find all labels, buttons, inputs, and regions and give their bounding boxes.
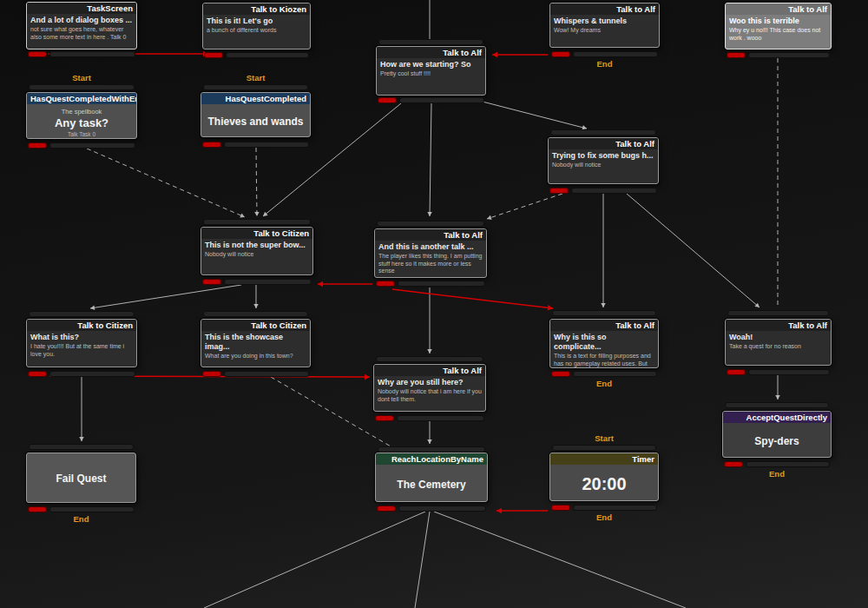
output-port[interactable] (571, 188, 657, 194)
node-maintext: Thieves and wands (207, 116, 303, 129)
fail-port[interactable] (378, 97, 397, 103)
input-port[interactable] (552, 310, 656, 316)
node-body: Spy-ders (723, 423, 831, 458)
graph-node-talk-citizen-bow[interactable]: Talk to Citizen This is not the super bo… (201, 227, 313, 275)
output-port[interactable] (397, 415, 484, 421)
fail-port[interactable] (202, 279, 221, 285)
fail-port[interactable] (551, 371, 570, 377)
node-title: Talk to Kiozen (203, 3, 310, 15)
start-label: Start (595, 433, 614, 443)
input-port[interactable] (378, 39, 483, 45)
graph-node-talk-kiozen[interactable]: Talk to Kiozen This is it! Let's go a bu… (202, 3, 311, 50)
start-label: Start (72, 73, 91, 83)
graph-canvas[interactable]: TaskScreen And a lot of dialog boxes ...… (0, 0, 868, 608)
input-port[interactable] (29, 444, 134, 450)
fail-port[interactable] (377, 506, 396, 512)
graph-node-hasquestcompleted[interactable]: HasQuestCompleted Thieves and wands (201, 92, 311, 137)
fail-port[interactable] (202, 371, 221, 377)
node-title: AcceptQuestDirectly (723, 412, 831, 423)
node-body: And this is another talk ... The player … (375, 241, 486, 277)
node-title: Talk to Alf (726, 3, 831, 15)
node-text-primary: This is it! Let's go (207, 17, 306, 26)
output-port[interactable] (49, 51, 135, 57)
fail-port[interactable] (727, 369, 746, 375)
input-port[interactable] (203, 311, 308, 317)
output-port[interactable] (224, 371, 309, 377)
graph-node-hasquestcompletedwithend[interactable]: HasQuestCompletedWithEnd The spellbook A… (26, 92, 137, 139)
node-body: What is this? I hate you!!!! But at the … (27, 331, 136, 360)
node-text-secondary: This is a text for filling purposes and … (554, 353, 654, 368)
node-text-primary: How are we starting? So (380, 60, 482, 69)
graph-node-timer[interactable]: Timer 20:00 (549, 453, 659, 501)
output-port[interactable] (49, 506, 135, 512)
output-port[interactable] (573, 51, 658, 57)
graph-node-talk-alf-another[interactable]: Talk to Alf And this is another talk ...… (374, 228, 487, 278)
output-port[interactable] (49, 371, 135, 377)
graph-node-talk-alf-complicated[interactable]: Talk to Alf Why is this so complicate...… (549, 319, 659, 368)
input-port[interactable] (725, 402, 829, 408)
node-title: Talk to Alf (374, 365, 485, 376)
input-port[interactable] (550, 129, 656, 135)
output-port[interactable] (398, 506, 486, 512)
node-body: Woah! Take a quest for no reason (726, 331, 831, 353)
output-port[interactable] (748, 369, 830, 375)
node-maintext: Any task? (55, 116, 108, 130)
fail-port[interactable] (28, 51, 47, 57)
graph-node-talk-citizen-what[interactable]: Talk to Citizen What is this? I hate you… (26, 319, 137, 367)
input-port[interactable] (377, 221, 484, 227)
node-body: Whispers & tunnels Wow! My dreams (550, 15, 659, 36)
node-title: Talk to Citizen (201, 228, 312, 239)
fail-port[interactable] (28, 506, 47, 512)
fail-port[interactable] (375, 415, 394, 421)
graph-node-talk-alf-whispers[interactable]: Talk to Alf Whispers & tunnels Wow! My d… (549, 3, 660, 48)
node-title: Talk to Citizen (201, 320, 310, 331)
output-port[interactable] (399, 97, 484, 103)
output-port[interactable] (224, 142, 309, 148)
fail-port[interactable] (551, 51, 570, 57)
graph-node-talk-alf-selected[interactable]: Talk to Alf Woo this is terrible Why ey … (725, 3, 832, 50)
node-body: The Cemetery (376, 465, 487, 502)
node-text-primary: What is this? (30, 333, 133, 342)
output-port[interactable] (226, 52, 309, 58)
fail-port[interactable] (28, 142, 47, 149)
graph-node-taskscreen[interactable]: TaskScreen And a lot of dialog boxes ...… (26, 2, 137, 50)
output-port[interactable] (748, 52, 830, 58)
fail-port[interactable] (724, 461, 743, 467)
graph-node-acceptquestdirectly[interactable]: AcceptQuestDirectly Spy-ders (722, 411, 832, 458)
input-port[interactable] (552, 445, 656, 451)
output-port[interactable] (746, 461, 830, 467)
fail-port[interactable] (202, 142, 221, 148)
input-port[interactable] (29, 84, 135, 90)
graph-node-failquest[interactable]: Fail Quest (26, 453, 136, 503)
input-port[interactable] (376, 356, 483, 362)
graph-node-talk-alf-woah[interactable]: Talk to Alf Woah! Take a quest for no re… (725, 319, 832, 366)
input-port[interactable] (727, 310, 829, 316)
input-port[interactable] (378, 446, 485, 453)
end-label: End (769, 469, 785, 479)
output-port[interactable] (573, 371, 657, 377)
fail-port[interactable] (551, 505, 570, 511)
output-port[interactable] (49, 142, 135, 149)
fail-port[interactable] (204, 52, 223, 58)
node-text-primary: And a lot of dialog boxes ... (30, 16, 133, 25)
output-port[interactable] (573, 505, 657, 511)
output-port[interactable] (398, 281, 485, 287)
graph-node-talk-alf-start[interactable]: Talk to Alf How are we starting? So Pret… (376, 46, 486, 96)
node-body: The spellbook Any task? Talk Task 0 (27, 104, 136, 139)
node-text-secondary: Take a quest for no reason (729, 343, 827, 351)
graph-node-talk-alf-stillhere[interactable]: Talk to Alf Why are you still here? Nobo… (373, 364, 486, 412)
fail-port[interactable] (549, 188, 569, 194)
graph-node-talk-citizen-showcase[interactable]: Talk to Citizen This is the showcase ima… (201, 319, 311, 367)
output-port[interactable] (224, 279, 312, 285)
fail-port[interactable] (376, 281, 395, 287)
input-port[interactable] (203, 84, 308, 90)
input-port[interactable] (203, 219, 311, 225)
input-port[interactable] (29, 311, 135, 317)
node-title: Talk to Alf (550, 320, 658, 331)
graph-node-reachlocationbyname[interactable]: ReachLocationByName The Cemetery (375, 453, 488, 502)
fail-port[interactable] (28, 371, 47, 377)
node-body: 20:00 (550, 465, 658, 501)
graph-node-talk-alf-bugs[interactable]: Talk to Alf Trying to fix some bugs h...… (548, 137, 659, 184)
node-body: Woo this is terrible Why ey u no!!! This… (726, 15, 831, 43)
fail-port[interactable] (727, 52, 746, 58)
